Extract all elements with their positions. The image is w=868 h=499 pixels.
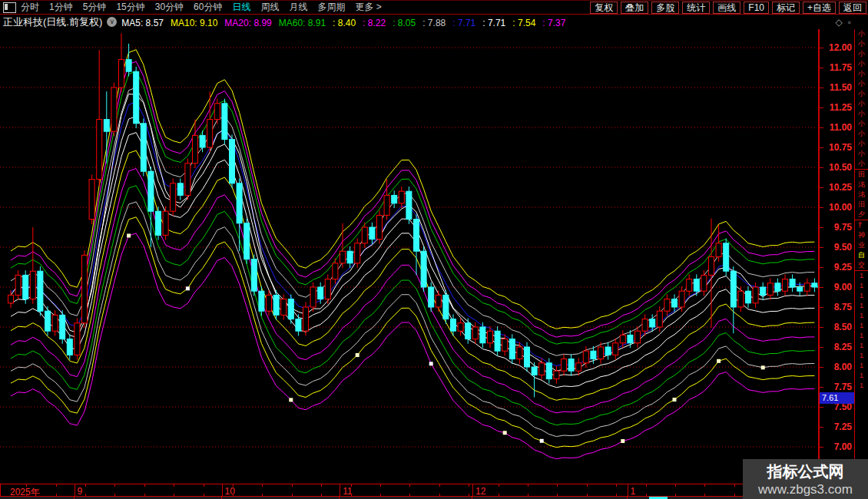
line-marker bbox=[621, 439, 624, 443]
candle-down bbox=[318, 287, 323, 299]
side-panel-fragment: 小 bbox=[855, 149, 868, 159]
adjust-button[interactable]: 复权 bbox=[590, 2, 618, 14]
period-tab-10[interactable]: 更多 > bbox=[355, 1, 381, 14]
side-panel-fragment: 小 bbox=[855, 109, 868, 119]
side-panel-fragment: 扌 bbox=[855, 220, 868, 230]
candle-down bbox=[126, 60, 131, 72]
side-panel-fragment: 洺 bbox=[855, 190, 868, 200]
period-tab-0[interactable]: 分时 bbox=[21, 1, 39, 14]
candle-up bbox=[75, 323, 80, 355]
candle-down bbox=[480, 327, 485, 343]
time-minor-tick bbox=[85, 484, 86, 487]
month-separator bbox=[628, 484, 628, 496]
chevron-down-icon[interactable]: ∨ bbox=[107, 17, 117, 27]
stats-button[interactable]: 统计 bbox=[682, 2, 710, 14]
price-tick-label: 8.50 bbox=[834, 322, 852, 332]
price-tick-label: 7.75 bbox=[834, 382, 852, 392]
side-panel-fragment: 小 bbox=[855, 89, 868, 99]
diamond-icon[interactable]: ◇ bbox=[836, 17, 843, 28]
candle-down bbox=[421, 251, 426, 287]
period-tab-1[interactable]: 1分钟 bbox=[49, 1, 73, 14]
candle-up bbox=[97, 120, 102, 180]
time-minor-tick bbox=[439, 494, 440, 496]
multi-stock-button[interactable]: 多股 bbox=[651, 2, 679, 14]
candle-down bbox=[812, 283, 817, 287]
time-minor-tick bbox=[499, 484, 499, 487]
line-marker bbox=[717, 359, 721, 363]
price-tick bbox=[820, 447, 823, 448]
period-tab-7[interactable]: 周线 bbox=[260, 1, 279, 14]
period-tab-8[interactable]: 月线 bbox=[289, 1, 307, 14]
time-minor-tick bbox=[409, 494, 410, 496]
candle-down bbox=[731, 271, 736, 307]
mark-button[interactable]: 标记 bbox=[772, 2, 800, 14]
overlay-button[interactable]: 叠加 bbox=[621, 2, 648, 14]
time-minor-tick bbox=[262, 484, 263, 487]
time-minor-tick bbox=[734, 494, 735, 496]
time-minor-tick bbox=[144, 494, 145, 496]
candle-down bbox=[724, 243, 729, 271]
price-tick-label: 11.25 bbox=[830, 102, 852, 113]
side-panel-fragment: 1 bbox=[855, 291, 868, 301]
side-panel-fragment: 洺 bbox=[855, 180, 868, 190]
period-tab-4[interactable]: 30分钟 bbox=[155, 1, 184, 14]
candle-up bbox=[716, 243, 721, 257]
candle-down bbox=[790, 279, 795, 287]
candle-up bbox=[362, 227, 367, 243]
time-minor-tick bbox=[499, 494, 499, 496]
time-minor-tick bbox=[144, 484, 145, 487]
side-panel-fragment: 夕 bbox=[855, 210, 868, 220]
price-tick-label: 12.00 bbox=[829, 42, 852, 53]
side-panel-fragment: 交 bbox=[855, 260, 868, 270]
candle-up bbox=[539, 363, 545, 375]
time-minor-tick bbox=[704, 484, 705, 487]
candle-down bbox=[23, 275, 28, 299]
draw-line-button[interactable]: 画线 bbox=[713, 2, 740, 14]
side-panel-fragment: 1 bbox=[855, 271, 868, 281]
side-panel-fragment: 小 bbox=[855, 69, 868, 79]
candle-up bbox=[642, 319, 648, 332]
period-tab-3[interactable]: 15分钟 bbox=[116, 1, 144, 14]
time-minor-tick bbox=[616, 484, 617, 487]
side-panel-fragment: 小 bbox=[855, 79, 868, 89]
candle-down bbox=[451, 319, 456, 332]
back-button[interactable]: 返回 bbox=[839, 2, 866, 14]
candle-up bbox=[738, 291, 744, 307]
candle-up bbox=[458, 323, 463, 331]
candle-down bbox=[443, 295, 449, 319]
time-minor-tick bbox=[204, 494, 204, 496]
candle-down bbox=[148, 171, 154, 211]
candle-up bbox=[8, 295, 14, 302]
candle-up bbox=[583, 351, 588, 363]
time-minor-tick bbox=[85, 494, 86, 496]
candle-up bbox=[620, 335, 625, 342]
mini-window-icon[interactable]: ▫ bbox=[848, 17, 851, 28]
line-marker bbox=[761, 365, 765, 369]
ma-value-3: MA60: 8.91 bbox=[279, 18, 326, 28]
period-tab-6[interactable]: 日线 bbox=[232, 1, 250, 14]
period-tab-9[interactable]: 多周期 bbox=[317, 1, 345, 14]
time-minor-tick bbox=[262, 494, 263, 496]
candle-up bbox=[753, 287, 758, 303]
price-tick-label: 7.25 bbox=[834, 421, 852, 432]
price-tick bbox=[820, 327, 823, 328]
candle-up bbox=[664, 299, 670, 312]
panel-toggle-icon[interactable] bbox=[3, 2, 16, 13]
price-tick-label: 9.75 bbox=[834, 222, 852, 233]
stock-title: 正业科技(日线.前复权) bbox=[3, 15, 102, 29]
candle-down bbox=[141, 124, 146, 171]
period-tab-2[interactable]: 5分钟 bbox=[83, 1, 107, 14]
candle-up bbox=[679, 291, 684, 307]
band-line-5 bbox=[11, 117, 814, 376]
period-tab-5[interactable]: 60分钟 bbox=[194, 1, 222, 14]
candle-down bbox=[347, 251, 353, 263]
candlestick-chart[interactable] bbox=[0, 29, 818, 484]
side-panel-fragment: 小 bbox=[855, 59, 868, 69]
candle-up bbox=[709, 256, 714, 275]
candle-up bbox=[355, 243, 360, 263]
price-tick-label: 9.50 bbox=[834, 242, 852, 253]
f10-button[interactable]: F10 bbox=[744, 2, 769, 14]
add-watchlist-button[interactable]: +自选 bbox=[803, 2, 836, 14]
candle-up bbox=[635, 331, 641, 343]
side-panel-fragment: 1 bbox=[855, 281, 868, 291]
